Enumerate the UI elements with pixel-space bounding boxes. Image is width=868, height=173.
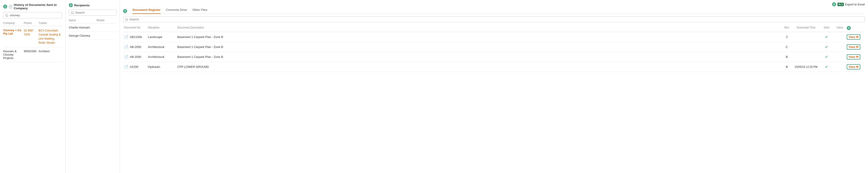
view-action-cell: View ✉	[847, 64, 865, 69]
tab-document-register[interactable]: Document Register	[132, 8, 161, 14]
view-action-cell: View ✉	[847, 54, 865, 59]
doc-no-cell: 📄 A2200	[123, 65, 148, 69]
col-mobile-header: Mobile	[97, 19, 117, 22]
svg-point-4	[126, 18, 128, 20]
export-to-excel-button[interactable]: 5 XLS Export to Excel	[832, 2, 865, 6]
table-row[interactable]: Hunnam & Clooney Projects 95002300 Archi…	[3, 47, 62, 62]
recipients-search-input[interactable]	[75, 11, 115, 14]
doc-no-cell: 📄 AB1100b	[123, 35, 148, 39]
mail-icon: ✉	[856, 55, 859, 59]
recipients-panel: 2 Recipients Name Mobile Charlie Hunnam …	[66, 0, 120, 173]
view-button[interactable]: View ✉	[847, 44, 860, 50]
history-panel-title: 1 🕐 History of Documents Sent to Company	[3, 3, 62, 10]
tab-other-files[interactable]: Other Files	[192, 8, 207, 14]
description-cell: Basement 1 Carpark Plan - Zone B	[177, 45, 781, 49]
search-icon	[5, 14, 8, 17]
doc-no-cell: 📄 AB-2000	[123, 55, 148, 59]
doc-no-text: AB1100b	[130, 35, 142, 39]
doc-no-text: A2200	[130, 65, 138, 68]
description-cell: Basement 1 Carpark Plan - Zone B	[177, 35, 781, 39]
col-inbox-header: Inbox	[833, 26, 847, 30]
doc-table-header: Document No Discipline Document Descript…	[123, 25, 865, 32]
table-row: 📄 AB-2000 Architectural Basement 1 Carpa…	[123, 42, 865, 52]
mail-icon: ✉	[856, 45, 859, 49]
tab-commnia-drive[interactable]: Commnia Drive	[166, 8, 187, 14]
rev-cell: B	[781, 65, 793, 68]
xls-badge: XLS	[837, 3, 844, 6]
sent-cell: ✔	[819, 55, 833, 59]
badge-5: 5	[832, 2, 836, 6]
mail-icon: ✉	[856, 35, 859, 39]
sent-check-icon: ✔	[825, 65, 828, 69]
tabs-row: 3 Document Register Commnia Drive Other …	[123, 8, 865, 14]
history-table-body: Clooney + Co Pty Ltd 02 9887 7878 BCA Co…	[3, 26, 62, 173]
doc-no-cell: 📄 AB-2000	[123, 45, 148, 49]
search-icon	[125, 18, 128, 21]
list-item[interactable]: George Clooney	[69, 32, 117, 40]
discipline-cell: Architectural	[148, 45, 177, 49]
view-action-cell: View ✉	[847, 34, 865, 39]
list-item[interactable]: Charlie Hunnam	[69, 24, 117, 32]
recipients-list: Charlie Hunnam George Clooney	[69, 24, 117, 173]
doc-no-text: AB-2000	[130, 45, 141, 49]
sent-cell: ✔	[819, 35, 833, 39]
col-sent-header: Sent	[819, 26, 833, 30]
discipline-cell: Architectural	[148, 55, 177, 59]
sent-cell: ✔	[819, 45, 833, 49]
documents-panel: 5 XLS Export to Excel 3 Document Registe…	[120, 0, 868, 173]
view-button[interactable]: View ✉	[847, 54, 860, 59]
description-cell: Basement 1 Carpark Plan - Zone B	[177, 55, 781, 59]
description-cell: CPP LOWER GROUND	[177, 65, 781, 68]
pdf-icon: 📄	[124, 35, 128, 39]
pdf-icon: 📄	[124, 55, 128, 59]
sent-cell: ✔	[819, 65, 833, 69]
svg-line-3	[73, 13, 74, 14]
company-name: Clooney + Co Pty Ltd	[3, 28, 24, 35]
table-row: 📄 A2200 Hydraulic CPP LOWER GROUND B 15/…	[123, 62, 865, 72]
col-discipline-header: Discipline	[148, 26, 177, 30]
document-search-input[interactable]	[130, 18, 863, 21]
history-search-box[interactable]	[3, 12, 62, 18]
download-time-cell: 15/05/23 12:33 PM	[793, 65, 819, 68]
sent-check-icon: ✔	[825, 35, 828, 39]
table-row: 📄 AB1100b Landscape Basement 1 Carpark P…	[123, 32, 865, 42]
doc-table-body: 📄 AB1100b Landscape Basement 1 Carpark P…	[123, 32, 865, 173]
badge-2: 2	[69, 3, 73, 7]
col-name-header: Name	[69, 19, 97, 22]
view-button[interactable]: View ✉	[847, 34, 860, 39]
col-docno-header: Document No	[123, 26, 148, 30]
history-table-header: Company Phone Trades	[3, 22, 62, 26]
col-rev-header: Rev	[781, 26, 793, 30]
clock-icon: 🕐	[9, 5, 12, 8]
rev-cell: 2	[781, 35, 793, 39]
svg-point-0	[6, 14, 8, 16]
doc-no-text: AB-2000	[130, 55, 141, 59]
pdf-icon: 📄	[124, 45, 128, 49]
history-panel: 1 🕐 History of Documents Sent to Company…	[0, 0, 66, 173]
badge-3: 3	[123, 9, 127, 13]
discipline-cell: Hydraulic	[148, 65, 177, 68]
recipients-table-header: Name Mobile	[69, 19, 117, 24]
table-row[interactable]: Clooney + Co Pty Ltd 02 9887 7878 BCA Co…	[3, 26, 62, 47]
pdf-icon: 📄	[124, 65, 128, 69]
col-download-header: Download Time	[793, 26, 819, 30]
sent-check-icon: ✔	[825, 55, 828, 59]
history-search-input[interactable]	[10, 13, 60, 17]
discipline-cell: Landscape	[148, 35, 177, 39]
sent-check-icon: ✔	[825, 45, 828, 49]
document-search-box[interactable]	[123, 16, 865, 22]
svg-line-1	[7, 16, 8, 17]
recipients-search-box[interactable]	[69, 9, 117, 16]
table-row: 📄 AB-2000 Architectural Basement 1 Carpa…	[123, 52, 865, 62]
col-company-header: Company	[3, 22, 24, 25]
rev-cell: C	[781, 45, 793, 49]
badge-1: 1	[3, 4, 7, 8]
badge-4: 4	[847, 26, 851, 30]
search-icon	[71, 11, 74, 14]
svg-line-5	[127, 20, 128, 21]
recipients-panel-title: 2 Recipients	[69, 3, 117, 7]
view-button[interactable]: View ✉	[847, 64, 860, 69]
rev-cell: B	[781, 55, 793, 59]
col-action-header: 4	[847, 26, 865, 30]
col-desc-header: Document Description	[177, 26, 781, 30]
